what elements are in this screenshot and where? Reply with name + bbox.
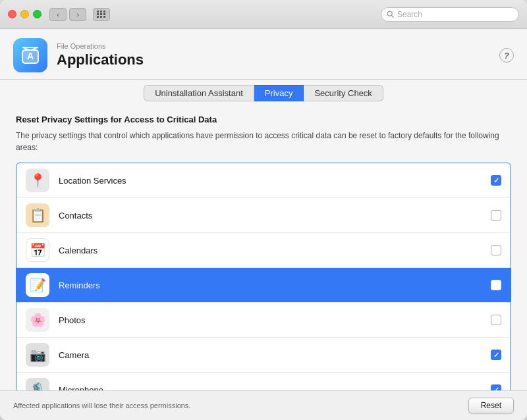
location-icon: 📍 xyxy=(26,169,49,192)
list-item-microphone[interactable]: 🎙️ Microphone ✓ xyxy=(16,373,511,390)
reminders-checkbox[interactable] xyxy=(491,280,501,290)
section-description: The privacy settings that control which … xyxy=(16,130,511,153)
reminders-icon: 📝 xyxy=(26,273,49,297)
search-placeholder: Search xyxy=(397,10,422,19)
maximize-button[interactable] xyxy=(33,10,42,18)
list-item-reminders[interactable]: 📝 Reminders xyxy=(16,268,511,303)
nav-buttons: ‹ › xyxy=(49,8,86,21)
forward-button[interactable]: › xyxy=(69,8,86,21)
svg-line-1 xyxy=(391,15,393,17)
microphone-label: Microphone xyxy=(59,385,491,391)
minimize-button[interactable] xyxy=(20,10,29,18)
close-button[interactable] xyxy=(8,10,16,18)
location-label: Location Services xyxy=(59,176,491,186)
contacts-checkbox[interactable] xyxy=(491,210,501,221)
back-button[interactable]: ‹ xyxy=(49,8,67,21)
tab-uninstallation[interactable]: Uninstallation Assistant xyxy=(144,85,254,101)
location-checkbox[interactable]: ✓ xyxy=(491,175,501,186)
app-title: Applications xyxy=(57,51,499,68)
tab-privacy[interactable]: Privacy xyxy=(254,85,304,101)
list-item-photos[interactable]: 🌸 Photos xyxy=(16,303,511,338)
reminders-label: Reminders xyxy=(59,280,491,290)
grid-icon xyxy=(97,11,106,18)
camera-icon: 📷 xyxy=(26,343,49,367)
microphone-icon: 🎙️ xyxy=(26,378,49,390)
title-bar: ‹ › Search xyxy=(0,0,527,29)
footer: Affected applications will lose their ac… xyxy=(0,390,527,420)
help-button[interactable]: ? xyxy=(499,48,514,63)
contacts-label: Contacts xyxy=(59,211,491,221)
photos-label: Photos xyxy=(59,315,491,325)
microphone-checkbox[interactable]: ✓ xyxy=(491,384,501,390)
grid-button[interactable] xyxy=(93,8,110,21)
app-icon-container: A xyxy=(13,38,47,72)
photos-icon: 🌸 xyxy=(26,308,49,332)
camera-checkbox[interactable]: ✓ xyxy=(491,350,501,360)
list-item-contacts[interactable]: 📋 Contacts xyxy=(16,198,511,233)
tabs-bar: Uninstallation Assistant Privacy Securit… xyxy=(0,80,527,101)
section-title: Reset Privacy Settings for Access to Cri… xyxy=(16,115,511,124)
app-header: A File Operations Applications ? xyxy=(0,29,527,80)
list-item-calendars[interactable]: 📅 Calendars xyxy=(16,233,511,268)
content-area: Reset Privacy Settings for Access to Cri… xyxy=(0,101,527,390)
search-icon xyxy=(387,11,395,18)
privacy-items-list: 📍 Location Services ✓ 📋 Contacts 📅 Calen… xyxy=(16,163,511,390)
app-title-group: File Operations Applications xyxy=(57,42,499,68)
applications-logo: A xyxy=(20,45,41,66)
reset-button[interactable]: Reset xyxy=(468,398,514,413)
main-window: ‹ › Search A xyxy=(0,0,527,420)
contacts-icon: 📋 xyxy=(26,203,49,227)
list-item-camera[interactable]: 📷 Camera ✓ xyxy=(16,338,511,373)
svg-text:A: A xyxy=(27,51,34,61)
calendars-label: Calendars xyxy=(59,246,491,255)
app-subtitle: File Operations xyxy=(57,42,499,50)
calendars-checkbox[interactable] xyxy=(491,245,501,255)
photos-checkbox[interactable] xyxy=(491,315,501,325)
footer-text: Affected applications will lose their ac… xyxy=(13,402,190,409)
search-bar[interactable]: Search xyxy=(381,7,519,22)
list-item-location[interactable]: 📍 Location Services ✓ xyxy=(16,163,511,198)
camera-label: Camera xyxy=(59,350,491,360)
calendars-icon: 📅 xyxy=(26,238,49,262)
tab-security[interactable]: Security Check xyxy=(304,85,383,101)
app-icon: A xyxy=(13,38,47,72)
traffic-lights xyxy=(8,10,42,18)
